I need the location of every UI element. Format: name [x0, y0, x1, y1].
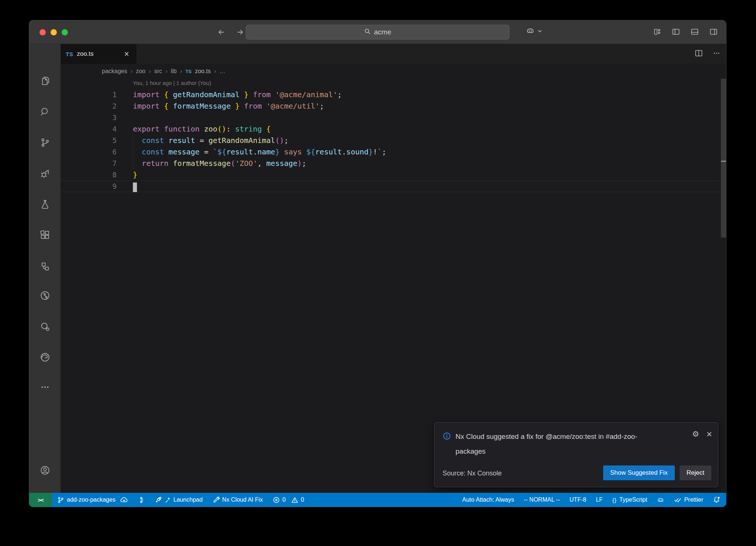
- toggle-panel-icon[interactable]: [690, 27, 700, 37]
- close-window-button[interactable]: [39, 29, 46, 35]
- overview-cursor-mark: [721, 161, 726, 162]
- split-editor-icon[interactable]: [694, 49, 703, 59]
- breadcrumb-separator: ›: [149, 68, 151, 75]
- activity-bar: [29, 44, 61, 493]
- copilot-status-item[interactable]: [657, 496, 664, 504]
- vim-block-cursor: [133, 182, 137, 192]
- copilot-menu[interactable]: [526, 26, 542, 37]
- copilot-icon: [526, 26, 535, 37]
- line-content: export function zoo(): string {: [133, 123, 271, 135]
- vim-mode-item[interactable]: -- NORMAL --: [524, 496, 560, 503]
- code-line-6[interactable]: 6 const message = `${result.name} says $…: [61, 146, 726, 158]
- rocket-icon: [155, 496, 162, 504]
- extensions-icon[interactable]: [39, 229, 51, 241]
- typescript-file-icon: TS: [66, 51, 73, 57]
- title-bar: acme: [29, 20, 726, 44]
- breadcrumb-separator: ›: [165, 68, 168, 75]
- tab-bar: TS zoo.ts ×: [61, 44, 726, 64]
- sparkle-icon: [165, 497, 171, 503]
- edge-browser-icon[interactable]: [39, 351, 51, 364]
- reject-button[interactable]: Reject: [680, 465, 711, 480]
- back-arrow-icon[interactable]: [216, 27, 227, 38]
- braces-icon: {}: [612, 497, 617, 503]
- breadcrumb-separator: ›: [214, 68, 216, 75]
- notification-settings-icon[interactable]: ⚙: [692, 430, 699, 438]
- search-view-icon[interactable]: [39, 106, 51, 118]
- scrollbar-thumb[interactable]: [721, 79, 726, 238]
- tab-close-icon[interactable]: ×: [122, 49, 131, 59]
- line-number: 5: [61, 135, 117, 146]
- code-line-9[interactable]: 9: [61, 181, 726, 192]
- problems-item[interactable]: 0 0: [273, 496, 304, 504]
- nx-console-icon[interactable]: [39, 260, 51, 273]
- line-number: 6: [61, 146, 117, 158]
- vscode-window: acme: [29, 20, 726, 507]
- error-circle-icon: [273, 496, 280, 504]
- encoding-item[interactable]: UTF-8: [570, 496, 586, 503]
- toggle-secondary-sidebar-icon[interactable]: [708, 27, 719, 37]
- notifications-bell-item[interactable]: [713, 496, 720, 504]
- source-control-icon[interactable]: [39, 136, 51, 149]
- customize-layout-icon[interactable]: [652, 27, 662, 37]
- more-actions-icon[interactable]: [712, 49, 721, 59]
- auto-attach-item[interactable]: Auto Attach: Always: [462, 496, 514, 503]
- forward-arrow-icon[interactable]: [235, 27, 246, 38]
- nx-cloud-ai-fix-item[interactable]: Nx Cloud AI Fix: [213, 496, 263, 504]
- code-line-7[interactable]: 7 return formatMessage('ZOO', message);: [61, 158, 726, 169]
- copilot-icon: [657, 496, 664, 504]
- account-icon[interactable]: [39, 464, 51, 477]
- line-content: const message = `${result.name} says ${r…: [133, 146, 386, 158]
- code-line-2[interactable]: 2import { formatMessage } from '@acme/ut…: [61, 100, 726, 112]
- eol-item[interactable]: LF: [596, 496, 603, 503]
- bell-dot-icon: [713, 496, 720, 504]
- gitlens-blame-annotation: You, 1 hour ago | 1 author (You): [133, 80, 211, 86]
- code-line-1[interactable]: 1import { getRandomAnimal } from '@acme/…: [61, 89, 726, 100]
- code-line-5[interactable]: 5 const result = getRandomAnimal();: [61, 135, 726, 146]
- breadcrumb-item[interactable]: lib: [171, 68, 177, 75]
- line-number: 1: [61, 89, 117, 100]
- maximize-window-button[interactable]: [62, 29, 68, 35]
- source-control-graph-item[interactable]: [138, 496, 145, 504]
- code-line-3[interactable]: 3: [61, 112, 726, 123]
- tab-zoo-ts[interactable]: TS zoo.ts ×: [61, 44, 137, 64]
- line-content: import { formatMessage } from '@acme/uti…: [133, 100, 324, 112]
- show-suggested-fix-button[interactable]: Show Suggested Fix: [603, 465, 675, 480]
- breadcrumb-more[interactable]: …: [219, 68, 225, 75]
- breadcrumb-file[interactable]: zoo.ts: [195, 68, 211, 75]
- breadcrumb-item[interactable]: packages: [102, 68, 127, 75]
- language-mode-item[interactable]: {} TypeScript: [612, 496, 647, 503]
- breadcrumb-item[interactable]: src: [154, 68, 162, 75]
- toggle-primary-sidebar-icon[interactable]: [671, 27, 681, 37]
- minimize-window-button[interactable]: [51, 29, 57, 35]
- code-line-8[interactable]: 8}: [61, 169, 726, 181]
- explorer-icon[interactable]: [39, 75, 51, 87]
- run-and-debug-icon[interactable]: [39, 167, 51, 180]
- launchpad-item[interactable]: Launchpad: [155, 496, 203, 504]
- tab-label: zoo.ts: [77, 50, 93, 58]
- line-number: 3: [61, 112, 117, 123]
- git-branch-icon: [57, 496, 64, 504]
- line-number: 9: [61, 181, 117, 192]
- notification-close-icon[interactable]: ×: [707, 429, 712, 439]
- breadcrumb-separator: ›: [131, 68, 133, 75]
- status-bar: >< add-zoo-packages: [29, 493, 726, 507]
- testing-icon[interactable]: [39, 198, 51, 211]
- line-number: 7: [61, 158, 117, 169]
- code-line-4[interactable]: 4export function zoo(): string {: [61, 123, 726, 135]
- command-center-search[interactable]: acme: [246, 25, 510, 40]
- prettier-item[interactable]: Prettier: [674, 496, 703, 504]
- git-branch-item[interactable]: add-zoo-packages: [57, 496, 128, 504]
- line-content: const result = getRandomAnimal();: [133, 135, 289, 146]
- remote-explorer-icon[interactable]: [39, 320, 51, 333]
- notification-toast: Nx Cloud suggested a fix for @acme/zoo:t…: [434, 422, 718, 487]
- window-controls: [39, 29, 68, 35]
- wrench-icon: [213, 496, 220, 504]
- source-control-graph-icon: [138, 496, 145, 504]
- scrollbar[interactable]: [721, 79, 726, 493]
- more-views-icon[interactable]: [39, 381, 51, 393]
- line-content: return formatMessage('ZOO', message);: [133, 158, 306, 169]
- gitlens-icon[interactable]: [39, 289, 51, 302]
- breadcrumb-item[interactable]: zoo: [136, 68, 145, 75]
- double-check-icon: [674, 496, 681, 504]
- remote-indicator[interactable]: ><: [29, 493, 52, 507]
